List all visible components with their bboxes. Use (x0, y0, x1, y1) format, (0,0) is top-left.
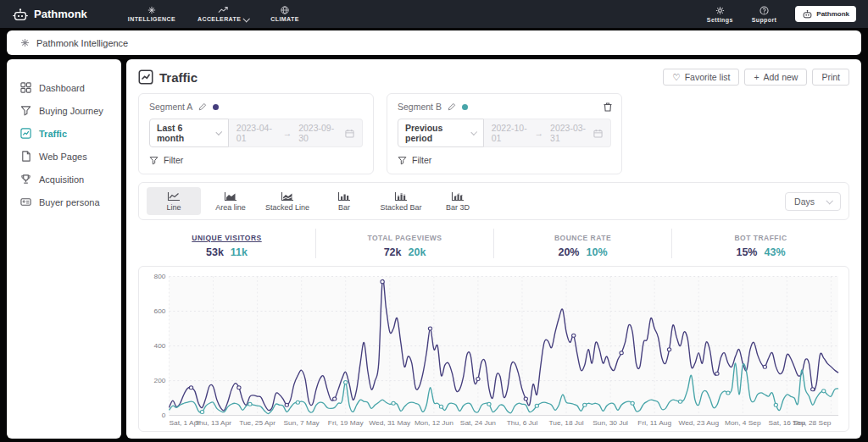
svg-text:Fri, 11 Aug: Fri, 11 Aug (637, 419, 671, 427)
account-button[interactable]: Pathmonk (795, 6, 856, 22)
svg-text:Wed, 23 Aug: Wed, 23 Aug (678, 419, 719, 427)
bar-3d-chart-icon (451, 191, 465, 202)
tab-area-line[interactable]: Area line (203, 187, 258, 215)
granularity-value: Days (794, 196, 815, 207)
sidebar-label: Buyer persona (39, 197, 100, 207)
intelligence-spark-icon (20, 38, 30, 47)
edit-pencil-icon[interactable] (198, 102, 207, 111)
filter-funnel-icon (398, 156, 407, 165)
arrow-icon: → (283, 128, 292, 138)
filter-label: Filter (164, 155, 183, 165)
tab-line[interactable]: Line (147, 187, 201, 215)
sidebar: Dashboard Buying Journey Traffic Web Pag… (7, 59, 121, 439)
chart-controls-card: Line Area line Stacked Line (138, 182, 849, 220)
arrow-icon: → (535, 128, 544, 138)
delete-segment-button[interactable] (603, 102, 613, 114)
edit-pencil-icon[interactable] (448, 102, 456, 111)
svg-text:200: 200 (154, 378, 166, 385)
granularity-select[interactable]: Days (785, 192, 841, 211)
stat-label[interactable]: BOT TRAFFIC (734, 234, 787, 242)
tab-stacked-bar[interactable]: Stacked Bar (374, 187, 428, 215)
range-preset-label: Previous period (405, 123, 461, 143)
pathmonk-logo[interactable]: Pathmonk (12, 8, 87, 21)
svg-text:Tue, 18 Jul: Tue, 18 Jul (549, 419, 584, 427)
svg-text:Fri, 19 May: Fri, 19 May (328, 419, 364, 427)
stat-value-segment-a: 15% (736, 246, 757, 258)
sidebar-item-dashboard[interactable]: Dashboard (7, 76, 121, 99)
top-navigation-bar: Pathmonk INTELLIGENCE ACCELERATE CLIMATE (0, 0, 868, 28)
nav-climate[interactable]: CLIMATE (270, 6, 298, 22)
filter-label: Filter (412, 155, 431, 165)
segment-a-color-dot (213, 104, 219, 110)
calendar-icon (593, 129, 603, 138)
chevron-down-icon (471, 129, 478, 135)
nav-accelerate[interactable]: ACCELERATE (198, 6, 248, 22)
segment-a-date-range[interactable]: 2023-04-01 → 2023-09-30 (229, 119, 363, 147)
tab-label: Line (166, 203, 181, 212)
svg-text:800: 800 (154, 273, 166, 280)
svg-text:Mon, 12 Jun: Mon, 12 Jun (415, 419, 453, 427)
svg-text:600: 600 (154, 308, 166, 316)
traffic-chart-icon (20, 128, 31, 139)
segment-b-name: Segment B (398, 102, 442, 112)
date-end: 2023-03-31 (550, 123, 587, 143)
stat-value-segment-b: 11k (231, 246, 248, 258)
stat-label[interactable]: TOTAL PAGEVIEWS (367, 234, 442, 242)
sidebar-item-buyer-persona[interactable]: Buyer persona (7, 191, 121, 213)
svg-text:Tue, 25 Apr: Tue, 25 Apr (239, 419, 275, 427)
app-bar: Pathmonk Intelligence (7, 30, 861, 55)
segment-b-filter-button[interactable]: Filter (398, 155, 611, 165)
sidebar-label: Traffic (39, 129, 67, 139)
stat-value-segment-a: 20% (558, 246, 579, 258)
intelligence-icon (147, 6, 156, 14)
segment-b-range-select[interactable]: Previous period (398, 119, 484, 147)
tab-bar[interactable]: Bar (317, 187, 371, 215)
dashboard-grid-icon (20, 82, 31, 93)
add-new-label: Add new (764, 72, 798, 82)
tab-bar-3d[interactable]: Bar 3D (431, 187, 485, 215)
stat-bot-traffic: BOT TRAFFIC 15% 43% (671, 229, 849, 258)
sidebar-item-buying-journey[interactable]: Buying Journey (7, 99, 121, 122)
sidebar-label: Acquisition (39, 174, 84, 185)
tab-label: Bar (338, 203, 350, 212)
svg-text:Sat, 24 Jun: Sat, 24 Jun (460, 419, 496, 427)
tab-stacked-line[interactable]: Stacked Line (260, 187, 314, 215)
trash-icon (603, 102, 613, 112)
settings-label: Settings (707, 17, 733, 23)
add-new-button[interactable]: + Add new (744, 69, 807, 86)
sidebar-item-acquisition[interactable]: Acquisition (7, 168, 121, 191)
svg-text:0: 0 (162, 412, 166, 420)
segment-a-range-select[interactable]: Last 6 month (149, 119, 229, 147)
funnel-icon (20, 105, 31, 116)
sidebar-label: Buying Journey (39, 106, 103, 116)
segment-a-card: Segment A Last 6 month 2023-04-01 → 2023… (138, 93, 374, 174)
stat-unique-visitors: UNIQUE VISITORS 53k 11k (138, 229, 315, 258)
date-start: 2022-10-01 (492, 123, 528, 143)
settings-button[interactable]: Settings (707, 6, 733, 23)
line-chart-icon (167, 191, 181, 202)
top-nav: INTELLIGENCE ACCELERATE CLIMATE (128, 6, 299, 22)
favorite-list-button[interactable]: ♡ Favorite list (663, 69, 739, 86)
support-button[interactable]: Support (752, 6, 777, 23)
calendar-icon (345, 129, 354, 138)
print-label: Print (821, 72, 840, 82)
nav-intelligence[interactable]: INTELLIGENCE (128, 6, 175, 22)
nav-label: CLIMATE (270, 16, 298, 22)
tab-label: Area line (215, 203, 246, 212)
stat-value-segment-b: 10% (587, 246, 608, 258)
segment-b-date-range[interactable]: 2022-10-01 → 2023-03-31 (484, 119, 611, 147)
line-chart-canvas: Sat, 1 AprThu, 13 AprTue, 25 AprSun, 7 M… (144, 272, 843, 429)
heart-icon: ♡ (672, 72, 680, 82)
date-start: 2023-04-01 (236, 123, 276, 143)
robot-icon (802, 9, 813, 19)
print-button[interactable]: Print (812, 69, 849, 86)
stacked-bar-chart-icon (394, 191, 408, 202)
stat-label[interactable]: BOUNCE RATE (554, 234, 611, 242)
svg-text:Sun, 7 May: Sun, 7 May (284, 419, 320, 427)
favorite-list-label: Favorite list (685, 72, 731, 82)
sidebar-item-web-pages[interactable]: Web Pages (7, 145, 121, 168)
accelerate-icon (218, 6, 228, 14)
segment-a-filter-button[interactable]: Filter (149, 155, 363, 165)
sidebar-item-traffic[interactable]: Traffic (7, 122, 121, 145)
stat-label[interactable]: UNIQUE VISITORS (192, 234, 261, 242)
